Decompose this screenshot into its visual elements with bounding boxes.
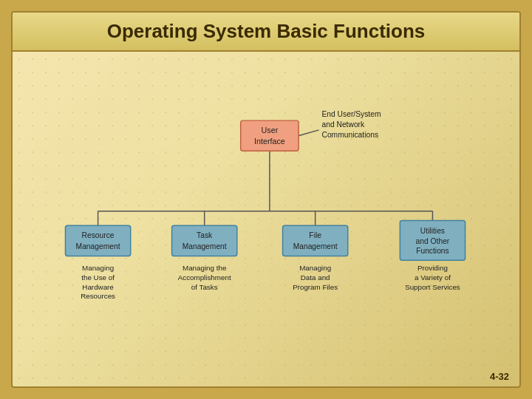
- svg-text:Management: Management: [183, 242, 227, 250]
- svg-text:Functions: Functions: [416, 247, 449, 255]
- svg-text:File: File: [309, 231, 321, 239]
- svg-text:Accomplishment: Accomplishment: [178, 273, 231, 282]
- svg-text:Management: Management: [76, 242, 120, 250]
- slide: Operating System Basic Functions: [11, 11, 521, 388]
- svg-text:Resources: Resources: [81, 292, 115, 300]
- svg-text:and Other: and Other: [416, 237, 450, 245]
- svg-text:Support Services: Support Services: [405, 283, 460, 291]
- svg-text:Communications: Communications: [321, 131, 378, 139]
- svg-text:of Tasks: of Tasks: [191, 283, 218, 291]
- svg-text:a Variety of: a Variety of: [415, 273, 451, 282]
- svg-text:Interface: Interface: [254, 137, 285, 146]
- diagram-svg: User Interface End User/System and Netwo…: [13, 52, 519, 381]
- svg-text:the Use of: the Use of: [81, 273, 115, 282]
- svg-text:Program Files: Program Files: [293, 283, 338, 291]
- slide-title: Operating System Basic Functions: [13, 13, 519, 52]
- svg-text:Managing: Managing: [299, 264, 331, 272]
- svg-text:End User/System: End User/System: [321, 110, 381, 118]
- svg-text:and Network: and Network: [321, 120, 365, 129]
- page-number: 4-32: [490, 371, 509, 382]
- diagram-area: User Interface End User/System and Netwo…: [13, 52, 519, 381]
- svg-rect-13: [65, 225, 130, 256]
- svg-rect-19: [283, 225, 348, 256]
- svg-line-6: [299, 130, 318, 136]
- svg-text:Managing the: Managing the: [183, 264, 227, 272]
- svg-text:Resource: Resource: [82, 231, 115, 239]
- svg-rect-16: [172, 225, 237, 256]
- svg-text:User: User: [262, 126, 279, 134]
- svg-text:Utilities: Utilities: [420, 227, 445, 235]
- svg-text:Task: Task: [197, 231, 213, 239]
- outer-frame: Operating System Basic Functions: [0, 0, 532, 399]
- svg-text:Hardware: Hardware: [82, 283, 114, 291]
- svg-text:Management: Management: [293, 242, 338, 250]
- svg-text:Managing: Managing: [82, 264, 114, 272]
- slide-heading: Operating System Basic Functions: [27, 20, 505, 43]
- svg-text:Providing: Providing: [417, 264, 448, 272]
- svg-text:Data and: Data and: [301, 273, 330, 282]
